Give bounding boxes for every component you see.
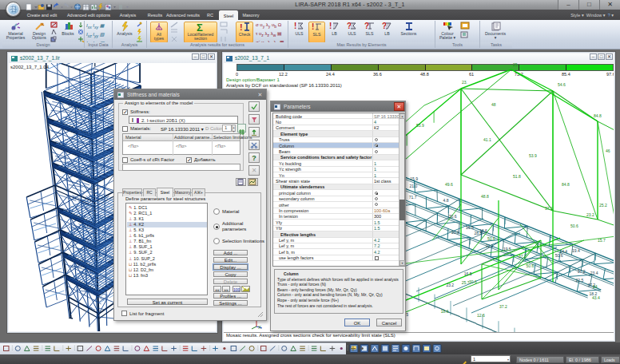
svg-text:50.6: 50.6: [527, 263, 535, 268]
svg-text:X: X: [258, 325, 261, 330]
svg-text:19.5: 19.5: [503, 247, 511, 251]
svg-text:55.9: 55.9: [416, 123, 424, 128]
svg-text:21.1: 21.1: [486, 243, 494, 248]
svg-text:37.1: 37.1: [545, 206, 553, 211]
svg-text:20.9: 20.9: [451, 230, 459, 235]
svg-text:24.: 24.: [593, 284, 598, 289]
svg-text:15.7: 15.7: [598, 238, 606, 243]
svg-text:25.: 25.: [513, 63, 519, 67]
svg-text:23.: 23.: [462, 80, 467, 85]
svg-text:16.5: 16.5: [466, 225, 474, 230]
svg-text:48: 48: [491, 102, 496, 107]
svg-text:!: !: [294, 22, 296, 30]
svg-text:15.9: 15.9: [410, 176, 418, 181]
svg-text:12.6: 12.6: [477, 313, 485, 318]
svg-text:54.6: 54.6: [558, 82, 566, 87]
svg-text:19.4: 19.4: [572, 248, 580, 253]
svg-text:25.2: 25.2: [599, 203, 607, 208]
svg-text:30.6: 30.6: [469, 279, 477, 284]
svg-text:28.8: 28.8: [475, 231, 483, 235]
svg-text:21.0: 21.0: [410, 184, 418, 188]
svg-text:41.1: 41.1: [483, 137, 491, 142]
svg-text:!: !: [312, 22, 314, 31]
svg-text:51.8: 51.8: [513, 174, 521, 179]
svg-text:48.8: 48.8: [481, 194, 489, 199]
svg-text:22.5: 22.5: [576, 278, 584, 283]
svg-text:23.2: 23.2: [586, 212, 594, 217]
svg-text:37.2: 37.2: [499, 304, 507, 309]
svg-text:23.4: 23.4: [590, 271, 598, 275]
svg-text:!: !: [240, 22, 243, 32]
svg-text:14.4: 14.4: [559, 249, 567, 254]
svg-text:23.2: 23.2: [446, 283, 454, 287]
svg-text:43.4: 43.4: [592, 295, 600, 300]
svg-text:49.6: 49.6: [445, 182, 453, 187]
svg-text:!: !: [329, 22, 332, 30]
svg-text:46: 46: [606, 148, 610, 153]
svg-text:37.2: 37.2: [578, 269, 586, 274]
svg-text:84.8: 84.8: [562, 182, 570, 187]
svg-text:30.6: 30.6: [449, 214, 457, 219]
svg-text:4.8: 4.8: [443, 198, 449, 203]
svg-text:84.8: 84.8: [594, 113, 602, 118]
svg-text:50.6: 50.6: [570, 224, 578, 228]
svg-text:71.7: 71.7: [409, 195, 417, 200]
svg-text:50.6: 50.6: [487, 236, 495, 241]
svg-text:18.6: 18.6: [441, 309, 449, 314]
svg-text:53.9: 53.9: [529, 153, 537, 158]
svg-text:37.2: 37.2: [519, 254, 527, 259]
svg-text:16.5: 16.5: [464, 271, 472, 276]
svg-text:Σ: Σ: [197, 22, 203, 32]
